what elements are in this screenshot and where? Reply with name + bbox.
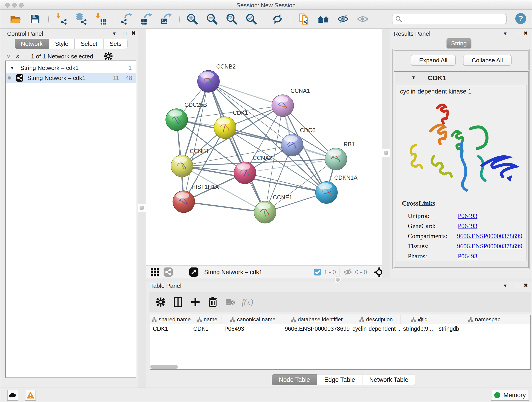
save-session-icon[interactable] xyxy=(29,13,41,26)
import-network-file-icon[interactable] xyxy=(55,13,68,26)
tab-sets[interactable]: Sets xyxy=(103,39,128,49)
network-tree-root-row[interactable]: ▼ String Network – cdk1 1 xyxy=(6,63,136,73)
tab-select[interactable]: Select xyxy=(75,39,103,49)
table-panel-close-icon[interactable]: ✖ xyxy=(524,282,528,288)
open-in-new-window-icon[interactable] xyxy=(189,267,199,278)
column-header-database-identifier[interactable]: database identifier xyxy=(282,315,350,324)
zoom-fit-icon[interactable] xyxy=(225,13,238,26)
results-panel-float-icon[interactable]: □ xyxy=(515,30,518,36)
network-node-CCNE1[interactable]: CCNE1 xyxy=(254,194,292,223)
hide-eye-slash-icon[interactable] xyxy=(336,13,349,26)
network-options-gear-icon[interactable] xyxy=(104,51,113,62)
collapse-all-button[interactable]: Collapse All xyxy=(463,55,512,66)
table-panel-float-icon[interactable]: □ xyxy=(515,282,518,288)
delete-column-trash-icon[interactable] xyxy=(207,296,219,308)
tab-string[interactable]: String xyxy=(447,38,471,48)
memory-status-dot-icon xyxy=(494,392,500,398)
network-edge[interactable] xyxy=(209,81,265,212)
zoom-selected-icon[interactable] xyxy=(245,13,258,26)
control-panel-collapse-icon[interactable]: ▾ xyxy=(113,31,116,36)
tree-expand-icon[interactable]: ▼ xyxy=(10,65,14,70)
column-header-shared-name[interactable]: shared name xyxy=(150,315,191,324)
table-cell[interactable]: P06493 xyxy=(222,324,282,333)
protein-collapse-icon[interactable]: ▼ xyxy=(411,75,416,80)
table-settings-gear-icon[interactable] xyxy=(155,296,167,308)
search-input[interactable] xyxy=(402,16,499,22)
expand-all-tree-icon[interactable]: » xyxy=(5,55,13,58)
table-row[interactable]: CDK1CDK1P064939606.ENSP00000378699cyclin… xyxy=(150,324,530,333)
crosslink-value-link[interactable]: 9606.ENSP00000378699 xyxy=(457,242,522,250)
selected-checkbox-icon[interactable] xyxy=(314,268,321,277)
tab-network-table[interactable]: Network Table xyxy=(362,374,416,385)
network-edge[interactable] xyxy=(225,128,336,159)
export-table-icon[interactable] xyxy=(140,13,153,26)
export-network-icon[interactable] xyxy=(120,13,133,26)
control-panel-float-icon[interactable]: □ xyxy=(123,30,127,36)
network-node-CDC25B[interactable]: CDC25B xyxy=(166,102,207,131)
horizontal-splitter-handle[interactable] xyxy=(334,276,341,283)
table-cell[interactable]: 9606.ENSP00000378699 xyxy=(282,324,350,333)
control-panel-close-icon[interactable]: ✖ xyxy=(131,30,136,36)
cloud-button[interactable] xyxy=(7,390,18,401)
clone-documents-icon[interactable] xyxy=(297,13,310,26)
table-cell[interactable]: stringdb xyxy=(436,324,530,333)
table-panel-collapse-icon[interactable]: ▾ xyxy=(504,283,507,288)
expand-all-button[interactable]: Expand All xyxy=(411,55,456,66)
results-panel-collapse-icon[interactable]: ▾ xyxy=(504,31,507,36)
import-network-database-icon[interactable] xyxy=(75,13,87,26)
birdseye-grid-icon[interactable] xyxy=(150,267,160,278)
tab-node-table[interactable]: Node Table xyxy=(272,374,317,385)
tab-style[interactable]: Style xyxy=(49,39,75,49)
collapse-all-tree-icon[interactable]: » xyxy=(13,55,21,58)
memory-button[interactable]: Memory xyxy=(491,390,529,401)
column-header-description[interactable]: description xyxy=(350,315,400,324)
column-header-@id[interactable]: @id xyxy=(400,315,436,324)
protein-header-row[interactable]: ▼ CDK1 xyxy=(394,72,528,84)
tab-network[interactable]: Network xyxy=(15,39,49,49)
network-graph[interactable]: CCNB2 CCNA1 CDC25B CDK1 CDC6 RB1 CCNB1 C… xyxy=(146,29,383,265)
show-eye-icon[interactable] xyxy=(356,13,369,26)
open-session-icon[interactable] xyxy=(9,13,22,26)
application-window: Session: New Session ? Control Panel ▾ □… xyxy=(0,0,532,402)
crosslink-value-link[interactable]: P06493 xyxy=(458,222,477,230)
right-splitter-handle[interactable] xyxy=(382,149,390,157)
import-table-file-icon[interactable] xyxy=(94,13,107,26)
table-cell[interactable]: CDK1 xyxy=(191,324,222,333)
search-box[interactable] xyxy=(392,14,507,24)
column-header-name[interactable]: name xyxy=(191,315,222,324)
table-horizontal-scrollbar[interactable] xyxy=(150,365,178,369)
export-image-icon[interactable] xyxy=(160,13,172,26)
node-table[interactable]: shared namenamecanonical namedatabase id… xyxy=(150,315,531,370)
crosslink-value-link[interactable]: P06493 xyxy=(458,212,477,220)
network-node-CCNB1[interactable]: CCNB1 xyxy=(171,148,209,177)
table-cell[interactable]: stringdb:9... xyxy=(400,324,436,333)
hidden-eye-slash-icon[interactable] xyxy=(343,268,352,277)
table-cell[interactable]: cyclin-dependent ... xyxy=(350,324,400,333)
table-cell[interactable]: CDK1 xyxy=(150,324,191,333)
results-panel-close-icon[interactable]: ✖ xyxy=(524,30,528,36)
network-node-RB1[interactable]: RB1 xyxy=(325,141,355,170)
network-edge[interactable] xyxy=(209,81,283,106)
show-columns-icon[interactable] xyxy=(172,296,184,308)
overview-houses-icon[interactable] xyxy=(317,13,330,26)
network-edge[interactable] xyxy=(184,202,265,212)
layout-refresh-icon[interactable] xyxy=(271,13,284,26)
add-column-icon[interactable] xyxy=(190,296,201,308)
zoom-in-icon[interactable] xyxy=(186,13,199,26)
zoom-out-icon[interactable] xyxy=(206,13,218,26)
crosslink-value-link[interactable]: P06493 xyxy=(458,253,477,260)
network-tree-network-row[interactable]: String Network – cdk1 11 48 xyxy=(6,73,136,83)
warning-button[interactable] xyxy=(25,390,36,401)
network-node-HIST1H1A[interactable]: HIST1H1A xyxy=(173,184,219,213)
help-button[interactable]: ? xyxy=(515,13,527,26)
tab-edge-table[interactable]: Edge Table xyxy=(317,374,362,385)
left-splitter-handle[interactable] xyxy=(138,204,146,212)
network-canvas[interactable]: CCNB2 CCNA1 CDC25B CDK1 CDC6 RB1 CCNB1 C… xyxy=(146,29,382,265)
column-header-canonical-name[interactable]: canonical name xyxy=(222,315,282,324)
network-share-gray-icon[interactable] xyxy=(163,267,173,278)
crosslink-value-link[interactable]: 9606.ENSP00000378699 xyxy=(457,232,522,240)
table-body: CDK1CDK1P064939606.ENSP00000378699cyclin… xyxy=(150,324,530,333)
column-header-namespac[interactable]: namespac xyxy=(436,315,530,324)
network-node-CDKN1A[interactable]: CDKN1A xyxy=(316,174,358,204)
network-node-CCNA1[interactable]: CCNA1 xyxy=(272,88,310,117)
